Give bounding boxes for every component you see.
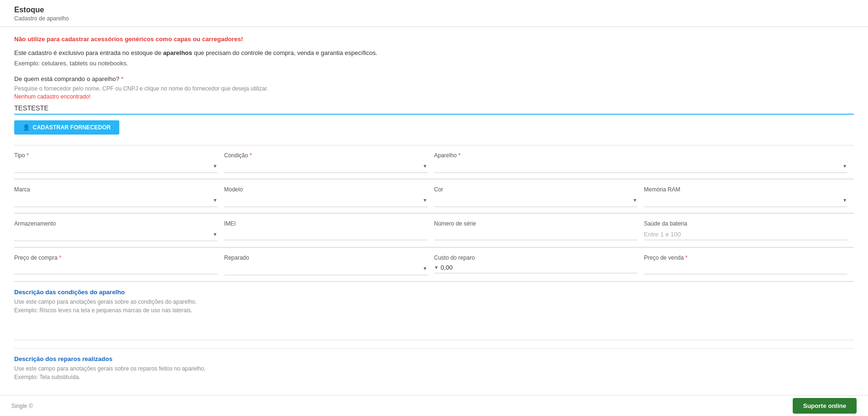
- warning-text: Não utilize para cadastrar acessórios ge…: [14, 36, 854, 43]
- descricao-condicoes-hint2: Exemplo: Riscos leves na tela e pequenas…: [14, 306, 854, 315]
- cor-label: Cor: [434, 186, 637, 193]
- custo-reparo-label: Custo do reparo: [434, 254, 637, 261]
- marca-dropdown-arrow: ▼: [213, 198, 217, 203]
- aparelho-cell: Aparelho * ▼: [434, 145, 854, 179]
- memoria-ram-label: Memória RAM: [644, 186, 847, 193]
- condicao-dropdown-arrow: ▼: [423, 163, 428, 169]
- aparelho-select[interactable]: [434, 163, 841, 170]
- preco-venda-input[interactable]: [644, 264, 847, 274]
- armazenamento-label: Armazenamento: [14, 220, 217, 227]
- condicao-label: Condição *: [224, 152, 427, 159]
- saude-bateria-label: Saúde da bateria: [644, 220, 847, 227]
- memoria-ram-dropdown-arrow: ▼: [842, 198, 847, 203]
- imei-input[interactable]: [224, 230, 427, 240]
- page-subtitle: Cadastro de aparelho: [14, 15, 854, 22]
- aparelho-select-wrapper[interactable]: ▼: [434, 162, 848, 173]
- supplier-hint: Pesquise o fornecedor pelo nome, CPF ou …: [14, 85, 854, 92]
- descricao-condicoes-section: Descrição das condições do aparelho Use …: [14, 282, 854, 349]
- armazenamento-select[interactable]: [14, 231, 211, 238]
- numero-serie-label: Número de série: [434, 220, 637, 227]
- custo-reparo-arrow: ▼: [434, 265, 439, 270]
- marca-select[interactable]: [14, 197, 211, 204]
- memoria-ram-select[interactable]: [644, 197, 841, 204]
- supplier-question: De quem está comprando o aparelho? *: [14, 75, 854, 82]
- custo-reparo-cell: Custo do reparo ▼ 0,00: [434, 248, 644, 281]
- preco-venda-label: Preço de venda *: [644, 254, 847, 261]
- preco-compra-input[interactable]: [14, 264, 217, 274]
- reparado-select[interactable]: [224, 265, 421, 272]
- preco-venda-cell: Preço de venda *: [644, 248, 854, 281]
- condicao-select-wrapper[interactable]: ▼: [224, 162, 427, 173]
- reparado-select-wrapper[interactable]: ▼: [224, 264, 427, 275]
- memoria-ram-cell: Memória RAM ▼: [644, 180, 854, 213]
- suporte-online-button[interactable]: Suporte online: [793, 398, 857, 414]
- supplier-error: Nenhum cadastro encontrado!: [14, 93, 854, 100]
- person-add-icon: 👤: [23, 124, 30, 131]
- tipo-select[interactable]: [14, 163, 211, 170]
- reparado-dropdown-arrow: ▼: [423, 266, 428, 271]
- supplier-input-wrapper: [14, 102, 854, 115]
- supplier-input[interactable]: [14, 102, 854, 114]
- reparado-cell: Reparado ▼: [224, 248, 434, 281]
- descricao-reparos-hint2: Exemplo: Tela substituída.: [14, 373, 854, 381]
- imei-label: IMEI: [224, 220, 427, 227]
- tipo-dropdown-arrow: ▼: [213, 163, 217, 169]
- condicao-select[interactable]: [224, 163, 421, 170]
- armazenamento-dropdown-arrow: ▼: [213, 232, 217, 237]
- memoria-ram-select-wrapper[interactable]: ▼: [644, 196, 847, 207]
- armazenamento-cell: Armazenamento ▼: [14, 214, 224, 247]
- imei-cell: IMEI: [224, 214, 434, 247]
- cor-dropdown-arrow: ▼: [633, 198, 637, 203]
- tipo-select-wrapper[interactable]: ▼: [14, 162, 217, 173]
- tipo-label: Tipo *: [14, 152, 217, 159]
- aparelho-dropdown-arrow: ▼: [842, 163, 847, 169]
- preco-compra-label: Preço de compra *: [14, 254, 217, 261]
- cor-select[interactable]: [434, 197, 631, 204]
- modelo-cell: Modelo ▼: [224, 180, 434, 213]
- aparelho-label: Aparelho *: [434, 152, 848, 159]
- numero-serie-cell: Número de série: [434, 214, 644, 247]
- cor-cell: Cor ▼: [434, 180, 644, 213]
- descricao-condicoes-textarea[interactable]: [14, 317, 854, 340]
- modelo-select[interactable]: [224, 197, 421, 204]
- descricao-condicoes-hint1: Use este campo para anotações gerais sob…: [14, 298, 854, 306]
- descricao-condicoes-label: Descrição das condições do aparelho: [14, 289, 854, 296]
- footer-brand: Single ©: [11, 403, 33, 409]
- reparado-label: Reparado: [224, 254, 427, 261]
- saude-bateria-input[interactable]: [644, 230, 847, 240]
- custo-reparo-wrapper[interactable]: ▼ 0,00: [434, 264, 637, 273]
- info-line1: Este cadastro é exclusivo para entrada n…: [14, 48, 854, 58]
- modelo-select-wrapper[interactable]: ▼: [224, 196, 427, 207]
- tipo-cell: Tipo * ▼: [14, 145, 224, 179]
- footer-bar: Single © Suporte online: [0, 395, 868, 416]
- page-title: Estoque: [14, 6, 854, 14]
- modelo-label: Modelo: [224, 186, 427, 193]
- cadastrar-fornecedor-button[interactable]: 👤 CADASTRAR FORNECEDOR: [14, 120, 119, 135]
- armazenamento-select-wrapper[interactable]: ▼: [14, 230, 217, 241]
- custo-reparo-value: 0,00: [440, 264, 637, 271]
- info-line2: Exemplo: celulares, tablets ou notebooks…: [14, 60, 854, 67]
- marca-label: Marca: [14, 186, 217, 193]
- preco-compra-cell: Preço de compra *: [14, 248, 224, 281]
- marca-select-wrapper[interactable]: ▼: [14, 196, 217, 207]
- saude-bateria-cell: Saúde da bateria: [644, 214, 854, 247]
- numero-serie-input[interactable]: [434, 230, 637, 240]
- descricao-reparos-hint1: Use este campo para anotações gerais sob…: [14, 364, 854, 373]
- marca-cell: Marca ▼: [14, 180, 224, 213]
- condicao-cell: Condição * ▼: [224, 145, 434, 179]
- cor-select-wrapper[interactable]: ▼: [434, 196, 637, 207]
- modelo-dropdown-arrow: ▼: [423, 198, 428, 203]
- descricao-reparos-label: Descrição dos reparos realizados: [14, 355, 854, 362]
